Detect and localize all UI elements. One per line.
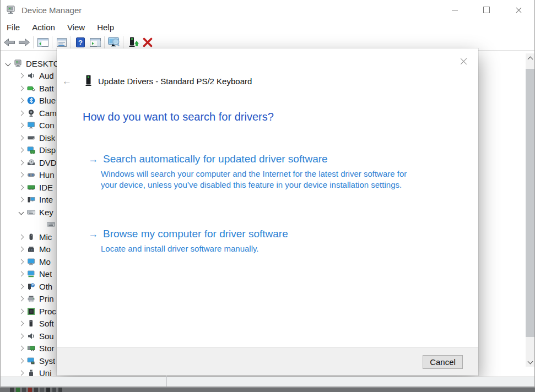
chevron-right-icon[interactable] (17, 371, 25, 375)
chevron-right-icon[interactable] (17, 272, 25, 276)
update-driver-button[interactable] (125, 35, 140, 50)
taskbar-icon (16, 388, 20, 392)
menu-view[interactable]: View (62, 21, 90, 34)
taskbar-strip (0, 387, 535, 392)
taskbar-icon (46, 388, 50, 392)
dialog-header: ← Update Drivers - Standard PS/2 Keyboar… (57, 73, 478, 89)
system-device-icon (27, 195, 35, 204)
option-description: Locate and install driver software manua… (101, 243, 448, 254)
minimize-icon (452, 10, 458, 10)
driver-search-option-2[interactable]: →Browse my computer for driver softwareL… (88, 227, 448, 254)
properties-icon (55, 37, 68, 48)
titlebar: Device Manager (0, 0, 535, 20)
tree-item-label: Inte (39, 195, 53, 204)
disk-drive-icon (27, 134, 35, 142)
uninstall-device-button[interactable] (140, 35, 155, 50)
mouse-icon (27, 233, 35, 241)
toolbar-separator (71, 36, 71, 48)
option-header[interactable]: →Browse my computer for driver software (88, 227, 448, 241)
chevron-right-icon[interactable] (17, 359, 25, 363)
chevron-right-icon[interactable] (17, 123, 25, 127)
tree-item-label: Mic (39, 232, 52, 242)
dialog-title: Update Drivers - Standard PS/2 Keyboard (98, 77, 252, 86)
network-adapter-icon (27, 270, 35, 278)
chevron-down-icon[interactable] (4, 62, 12, 66)
tree-item-label: Sou (39, 331, 54, 341)
properties-button[interactable] (54, 35, 69, 50)
menu-file[interactable]: File (1, 21, 25, 34)
display-adapter-icon (27, 146, 35, 154)
chevron-right-icon[interactable] (17, 136, 25, 140)
printer-icon (27, 295, 35, 303)
chevron-right-icon[interactable] (17, 86, 25, 90)
chevron-right-icon[interactable] (17, 148, 25, 152)
chevron-right-icon[interactable] (17, 161, 25, 165)
show-console-tree-button[interactable] (35, 35, 50, 50)
chevron-right-icon[interactable] (17, 297, 25, 301)
back-arrow-icon[interactable]: ← (62, 77, 72, 86)
system-icon (27, 357, 35, 365)
menu-action[interactable]: Action (26, 21, 61, 34)
driver-search-option-1[interactable]: →Search automatically for updated driver… (88, 153, 448, 190)
vertical-scrollbar[interactable] (526, 53, 534, 367)
taskbar-icon (34, 388, 38, 392)
chevron-right-icon[interactable] (17, 186, 25, 189)
chevron-right-icon[interactable] (17, 247, 25, 251)
tree-item-label: DVD (39, 158, 57, 167)
battery-icon (27, 84, 35, 92)
keyboard-icon (47, 220, 55, 228)
chevron-down-icon (527, 358, 533, 364)
back-arrow-button[interactable] (2, 35, 17, 50)
monitor-icon (27, 121, 35, 129)
chevron-right-icon[interactable] (17, 173, 25, 177)
toolbar-separator (123, 36, 123, 48)
tree-item-label: Mo (39, 257, 51, 266)
chevron-right-icon[interactable] (17, 74, 25, 78)
unknown-device-icon: ? (27, 282, 35, 291)
chevron-right-icon[interactable] (17, 111, 25, 115)
minimize-button[interactable] (439, 0, 471, 20)
chevron-right-icon[interactable] (17, 334, 25, 338)
taskbar-icon (58, 388, 62, 392)
chevron-right-icon[interactable] (17, 346, 25, 350)
menu-help[interactable]: Help (91, 21, 120, 34)
taskbar-icon (52, 388, 56, 392)
chevron-right-icon[interactable] (17, 235, 25, 239)
close-button[interactable] (502, 0, 534, 20)
cancel-button[interactable]: Cancel (423, 355, 463, 369)
tree-item-label: Net (39, 269, 52, 279)
chevron-right-icon[interactable] (17, 285, 25, 288)
maximize-button[interactable] (471, 0, 502, 20)
tree-item-label: Batt (39, 84, 54, 93)
tree-item-label: DESKTO (26, 59, 60, 68)
update-driver-icon (126, 36, 139, 48)
help-icon: ? (74, 37, 87, 48)
option-label[interactable]: Search automatically for updated driver … (103, 153, 328, 166)
chevron-right-icon[interactable] (17, 322, 25, 325)
help-button[interactable]: ? (73, 35, 88, 50)
forward-arrow-button[interactable] (17, 35, 31, 50)
chevron-right-icon[interactable] (17, 309, 25, 313)
show-action-pane-button[interactable] (88, 35, 102, 50)
tree-item-label: IDE (39, 183, 53, 192)
maximize-icon (483, 7, 490, 13)
scroll-up-button[interactable] (526, 53, 534, 63)
tree-item-label: Uni (39, 368, 52, 377)
scroll-down-button[interactable] (526, 357, 534, 367)
dialog-heading: How do you want to search for drivers? (83, 110, 274, 123)
option-description: Windows will search your computer and th… (101, 168, 448, 190)
scrollbar-thumb[interactable] (526, 69, 534, 337)
option-label[interactable]: Browse my computer for driver software (103, 227, 288, 241)
arrow-right-icon: → (88, 153, 98, 166)
computer-root-icon (14, 59, 22, 68)
chevron-right-icon[interactable] (17, 198, 25, 202)
chevron-right-icon[interactable] (17, 260, 25, 264)
tree-item-label: Prin (39, 294, 54, 303)
dialog-close-button[interactable] (455, 54, 472, 68)
chevron-right-icon[interactable] (17, 99, 25, 102)
option-header[interactable]: →Search automatically for updated driver… (88, 153, 448, 166)
chevron-down-icon[interactable] (17, 210, 25, 214)
close-icon (460, 57, 468, 66)
scan-hardware-changes-button[interactable] (106, 35, 121, 50)
tree-item-label: Blue (39, 96, 56, 105)
